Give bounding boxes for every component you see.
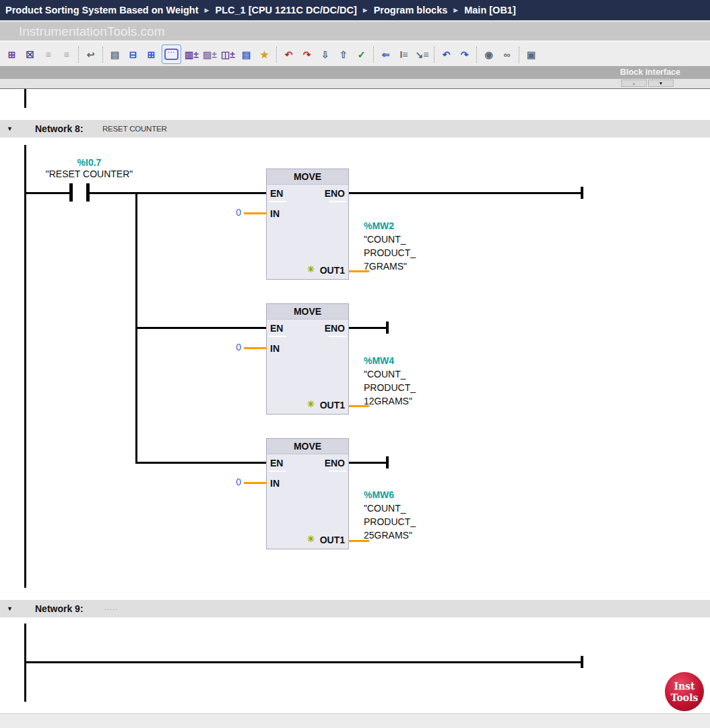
breadcrumb-project[interactable]: Product Sorting System Based on Weight [5,5,199,16]
in-wire-stub [244,482,267,484]
reject-changes-icon[interactable]: ↷ [299,47,315,62]
block-interface-label: Block interface [620,66,680,79]
network9-header[interactable]: ▼ Network 9: ..... [0,600,710,617]
ladder-toolbar: ⊞ ☒ ≡ ≡ ↩ ▤ ⊟ ⊞ ··· ▥± ▨± ◫± ▤ ★ ↶ ↷ ⇩ ⇧… [0,42,710,66]
port-eno: ENO [325,458,345,468]
network9-title: Network 9: [35,603,84,614]
network8-header[interactable]: ▼ Network 8: RESET COUNTER [0,120,710,138]
upload-block-icon[interactable]: ⇧ [335,47,351,62]
insert-row-icon[interactable]: ≡ [40,47,56,62]
breadcrumb-program-blocks[interactable]: Program blocks [374,5,448,16]
operand-name-line: 25GRAMS" [364,530,412,541]
know-how-protection-icon[interactable]: ▣ [523,47,539,62]
network-comments-toggle[interactable]: ··· [162,44,181,64]
find-replace-icon[interactable]: ◉ [481,47,496,62]
breadcrumb-main-ob1[interactable]: Main [OB1] [464,5,516,16]
port-underline [329,201,346,202]
show-both-operands-icon[interactable]: ◫± [220,47,236,62]
operand-name-line: "COUNT_ [364,234,406,245]
wire-end-tick [581,187,583,199]
splitter-up-button[interactable]: ▲ [621,80,647,87]
operand-address: %MW2 [364,220,394,231]
wire-end-tick [386,322,389,334]
renumber-icon[interactable]: ↩ [83,47,98,62]
download-block-icon[interactable]: ⇩ [317,47,333,62]
go-to-definition-icon[interactable]: ⇐ [378,47,393,62]
block-interface-bar: Block interface [0,66,710,79]
discard-changes-icon[interactable]: ↶ [281,47,296,62]
move3-out-operand[interactable]: %MW6 "COUNT_ PRODUCT_ 25GRAMS" [364,488,458,542]
wire-end-tick [581,656,583,668]
splitter-down-button[interactable]: ▼ [648,80,674,87]
breadcrumb-arrow-icon: ▶ [453,7,458,13]
port-eno: ENO [325,323,345,334]
move-block-3[interactable]: MOVE EN ENO IN ✳ OUT1 [266,438,349,549]
watermark-bar: InstrumentationTools.com [0,22,710,40]
toolbar-divider [276,47,277,63]
toolbar-divider [519,47,519,63]
move-block-1[interactable]: MOVE EN ENO IN ✳ OUT1 [266,169,349,280]
toolbar-divider [78,47,79,63]
network8-collapse-icon[interactable]: ▼ [7,125,13,132]
jump-next-icon[interactable]: ↷ [457,47,472,62]
insert-network-icon[interactable]: ⊞ [4,47,20,62]
logo-text-top: Inst [674,681,695,692]
collapse-networks-icon[interactable]: ⊞ [143,47,159,62]
move2-in-value[interactable]: 0 [214,342,241,353]
move-block-2[interactable]: MOVE EN ENO IN ✳ OUT1 [266,303,349,415]
breadcrumb-arrow-icon: ▶ [205,7,209,13]
move1-in-value[interactable]: 0 [214,207,241,218]
port-eno: ENO [325,188,345,199]
port-underline [269,471,286,472]
expand-networks-icon[interactable]: ⊟ [125,47,141,62]
breadcrumb-plc[interactable]: PLC_1 [CPU 1211C DC/DC/DC] [215,5,356,16]
power-rail-stub [24,89,26,108]
favorites-bar-icon[interactable]: ▤ [107,47,123,62]
output-star-icon: ✳ [307,399,315,409]
wire [137,462,267,464]
port-out1: OUT1 [320,535,345,545]
move-block-title: MOVE [267,439,348,454]
delete-network-icon[interactable]: ☒ [22,47,38,62]
contact-bar [69,183,73,202]
operand-name-line: "COUNT_ [364,369,406,380]
move1-out-operand[interactable]: %MW2 "COUNT_ PRODUCT_ 7GRAMS" [364,219,458,273]
network9-comment[interactable]: ..... [104,603,118,611]
show-symbolic-operands-icon[interactable]: ▨± [202,47,218,62]
contact-tag-name[interactable]: "RESET COUNTER" [30,169,148,179]
port-in: IN [270,343,280,354]
power-rail [24,145,26,588]
cross-reference-icon[interactable]: ↘≡ [414,47,430,62]
contact-reset-counter[interactable]: %I0.7 "RESET COUNTER" [30,157,148,179]
operand-name-line: "COUNT_ [364,503,406,514]
consistency-check-icon[interactable]: ✓ [354,47,369,62]
port-underline [329,471,346,472]
in-wire-stub [244,212,267,214]
operand-address: %MW6 [364,489,394,500]
absolute-info-icon[interactable]: I≡ [396,47,412,62]
port-en: EN [270,323,283,334]
network9-collapse-icon[interactable]: ▼ [7,605,13,612]
show-absolute-operands-icon[interactable]: ▥± [184,47,199,62]
network-comments-icon: ··· [164,49,179,60]
port-out1: OUT1 [320,265,345,276]
operand-name-line: 7GRAMS" [364,261,407,272]
operand-name-line: 12GRAMS" [364,396,412,406]
breadcrumb: Product Sorting System Based on Weight ▶… [0,0,710,20]
operand-display-icon[interactable]: ▤ [238,47,254,62]
interface-splitter: ▲ ▼ [0,79,710,88]
network8-comment[interactable]: RESET COUNTER [102,125,167,133]
insert-column-icon[interactable]: ≡ [59,47,74,62]
monitoring-icon[interactable]: ∞ [499,47,515,62]
favorites-star-icon[interactable]: ★ [257,47,272,62]
move3-in-value[interactable]: 0 [214,477,241,487]
jump-previous-icon[interactable]: ↶ [439,47,454,62]
toolbar-divider [434,47,434,63]
network8-title: Network 8: [35,123,84,134]
move2-out-operand[interactable]: %MW4 "COUNT_ PRODUCT_ 12GRAMS" [364,354,458,408]
tia-portal-ladder-editor: Product Sorting System Based on Weight ▶… [0,0,710,728]
operand-address: %MW4 [364,355,394,366]
wire [349,192,583,194]
contact-address[interactable]: %I0.7 [30,157,148,168]
port-in: IN [270,478,280,489]
